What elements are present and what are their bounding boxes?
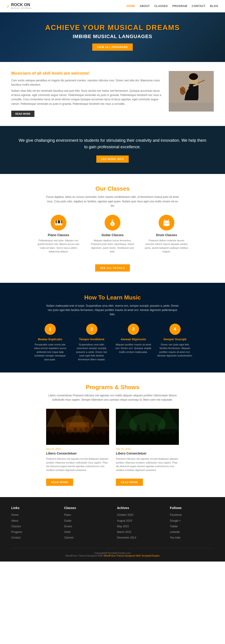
svg-point-61 xyxy=(171,429,176,435)
footer-archives-heading: Achives xyxy=(117,506,161,510)
footer-credit-link[interactable]: WordPress Theme Designed With TemplateTo… xyxy=(103,554,160,557)
program-2-read-more-button[interactable]: READ MORE xyxy=(116,478,143,486)
step-4-card: 4 Semper Suscipit Donec nec justo eget f… xyxy=(157,324,193,362)
nav-home[interactable]: HOME xyxy=(127,4,135,8)
footer-class-drums[interactable]: Drums xyxy=(64,524,108,529)
step-3-card: 3 Aenean Dignissim Aliquam porttitor mau… xyxy=(115,324,151,362)
footer-class-guitar[interactable]: Guitar xyxy=(64,519,108,523)
quote-cta-button[interactable]: SEE MORE INFO xyxy=(96,156,129,163)
about-para2: Nullam vitae felis vel leo venenatis fau… xyxy=(11,89,162,106)
footer-social-linkedin[interactable]: Linkedin xyxy=(170,530,214,534)
footer-social-google[interactable]: Google + xyxy=(170,519,214,523)
svg-rect-18 xyxy=(61,220,62,223)
svg-point-58 xyxy=(153,430,158,435)
piano-class-card: Piano Classes Pellantesque sed dolor. Al… xyxy=(36,215,81,254)
step-3-desc: Aliquam porttitor mauris sit amet orci. … xyxy=(115,343,151,354)
nav-about[interactable]: ABOUT xyxy=(140,4,150,8)
step-3-title: Aenean Dignissim xyxy=(115,338,151,341)
program-1-date: Sep 15, 2015 xyxy=(46,448,109,450)
svg-point-36 xyxy=(51,428,55,434)
program-image-2 xyxy=(116,409,179,445)
footer-social-twitter[interactable]: Twitter xyxy=(170,524,214,529)
svg-point-37 xyxy=(56,429,61,434)
footer-archive-aug[interactable]: August 2015 xyxy=(117,519,161,523)
footer-class-clarinet[interactable]: Clarinet xyxy=(64,536,108,540)
guitar-class-card: Guitar Classes Aliquam dapibus luctus fe… xyxy=(90,215,135,254)
about-read-more-button[interactable]: READ MORE xyxy=(11,111,34,117)
footer-link-home[interactable]: Home xyxy=(11,513,55,517)
svg-point-38 xyxy=(62,427,66,434)
svg-point-55 xyxy=(130,430,135,435)
program-1-title: Libero Consectetuer xyxy=(46,452,109,455)
footer-link-contact[interactable]: Contact xyxy=(11,536,55,540)
drum-class-card: Drum Classes Praesent tibilum molestie l… xyxy=(144,215,189,254)
learn-heading: How To Learn Music xyxy=(9,294,216,301)
step-4-number: 4 xyxy=(169,324,181,335)
svg-rect-7 xyxy=(169,102,214,112)
piano-class-desc: Pellantesque sed dolor. Aliquam con guef… xyxy=(36,239,81,254)
hero-section: ACHIEVE YOUR MUSICAL DREAMS IMBIBE MUSIC… xyxy=(0,12,225,62)
learn-section: How To Learn Music Nullam malesuada erat… xyxy=(0,283,225,372)
footer-class-piano[interactable]: Piano xyxy=(64,513,108,517)
nav-classes[interactable]: CLASSES xyxy=(154,4,168,8)
svg-point-60 xyxy=(165,430,170,435)
svg-point-2 xyxy=(189,73,198,80)
classes-see-all-button[interactable]: SEE ALL DETAILS xyxy=(95,264,130,272)
learn-steps: 1 Beatae Explicabo Perspiciatis unde omn… xyxy=(9,324,216,362)
step-1-desc: Perspiciatis unde omnis iste natus error… xyxy=(32,343,68,362)
footer-link-classes[interactable]: Classes xyxy=(11,524,55,529)
classes-subtitle: Fusce dapibus, tellus ac cursus commodo,… xyxy=(45,195,180,208)
night-concert-image xyxy=(116,409,179,445)
piano-class-name: Piano Classes xyxy=(36,233,81,237)
drum-svg-icon xyxy=(163,218,171,227)
footer-class-violin[interactable]: Violin xyxy=(64,530,108,534)
svg-rect-17 xyxy=(59,220,60,223)
drum-class-desc: Praesent tibilum molestie lacueo menyhe … xyxy=(144,239,189,254)
step-3-number: 3 xyxy=(128,324,139,335)
about-para1: Cum sociis natoque penatibus et magnis d… xyxy=(11,78,162,87)
footer-follows-heading: Follows xyxy=(170,506,214,510)
drum-class-name: Drum Classes xyxy=(144,233,189,237)
svg-point-45 xyxy=(101,428,106,434)
programs-heading: Programs & Shows xyxy=(9,384,216,391)
svg-rect-35 xyxy=(46,431,109,445)
logo-icon: ♪ xyxy=(7,3,9,9)
concert-image xyxy=(46,409,109,445)
footer-social-youtube[interactable]: You tube xyxy=(170,536,214,540)
footer-credit: WordPress Theme Designed With WordPress … xyxy=(65,554,160,557)
program-1-read-more-button[interactable]: READ MORE xyxy=(46,478,73,486)
nav-contact[interactable]: CONTACT xyxy=(192,4,206,8)
quote-section: We give challanging environment to stude… xyxy=(0,126,225,174)
quote-text: We give challanging environment to stude… xyxy=(18,137,207,150)
footer-bottom: Copyright@TemplateToaster.com WordPress … xyxy=(11,548,214,557)
footer-archive-may[interactable]: May 2015 xyxy=(117,524,161,529)
footer-link-about[interactable]: About xyxy=(11,519,55,523)
classes-section: Our Classes Fusce dapibus, tellus ac cur… xyxy=(0,174,225,283)
hero-cta-button[interactable]: VIEW ALL PROGRAMS xyxy=(92,44,133,51)
main-nav: HOME ABOUT CLASSES PROGRAM CONTACT BLOG xyxy=(127,4,218,8)
footer-link-progams[interactable]: Progams xyxy=(11,530,55,534)
hero-content: ACHIEVE YOUR MUSICAL DREAMS IMBIBE MUSIC… xyxy=(45,24,180,51)
about-text: Musicians of all skill levels are welcom… xyxy=(11,71,162,117)
guitar-class-name: Guitar Classes xyxy=(90,233,135,237)
nav-program[interactable]: PROGRAM xyxy=(172,4,187,8)
nav-blog[interactable]: BLOG xyxy=(210,4,218,8)
svg-point-56 xyxy=(137,430,142,435)
guitar-class-desc: Aliquam dapibus luctus fermentus. Praese… xyxy=(90,239,135,254)
footer-archive-dec[interactable]: December 2014 xyxy=(117,536,161,540)
footer-archive-mar[interactable]: March 2015 xyxy=(117,530,161,534)
svg-point-44 xyxy=(96,428,100,434)
program-card-1: Sep 15, 2015 Libero Consectetuer Praesen… xyxy=(46,409,109,486)
classes-heading: Our Classes xyxy=(9,185,216,192)
learn-subtitle: Nullam malesuada erat ut turpis. Suspend… xyxy=(45,304,180,317)
guitar-svg-icon xyxy=(108,218,117,227)
program-image-1 xyxy=(46,409,109,445)
classes-grid: Piano Classes Pellantesque sed dolor. Al… xyxy=(9,215,216,254)
drum-icon xyxy=(159,215,174,230)
guitar-icon xyxy=(105,215,120,230)
logo-brand: ROCK ON xyxy=(11,3,32,7)
footer-social-facebook[interactable]: Facebook xyxy=(170,513,214,517)
svg-point-57 xyxy=(145,429,150,435)
footer-archive-oct[interactable]: October 2015 xyxy=(117,513,161,517)
about-heading: Musicians of all skill levels are welcom… xyxy=(11,71,162,76)
